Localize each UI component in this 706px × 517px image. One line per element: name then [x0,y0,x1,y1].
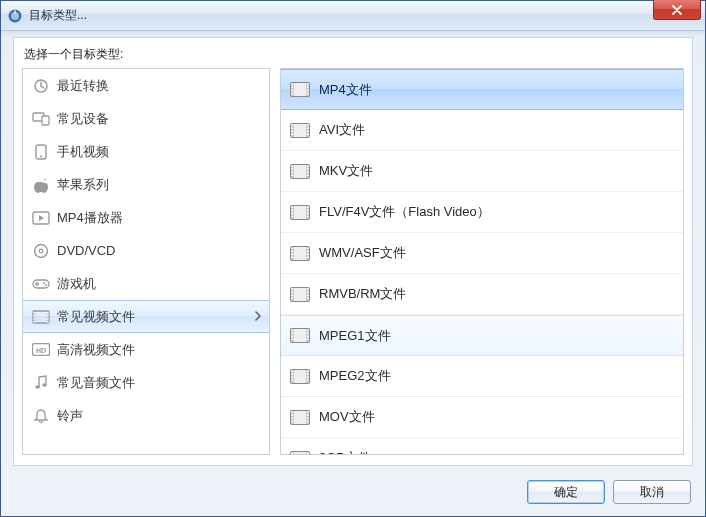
svg-rect-125 [307,411,309,413]
svg-rect-112 [291,376,293,378]
format-item[interactable]: AVI文件 [281,110,683,151]
category-item[interactable]: 手机视频 [23,135,269,168]
apple-icon [31,176,51,194]
category-item[interactable]: 铃声 [23,399,269,432]
svg-rect-127 [307,417,309,419]
category-label: 常见视频文件 [57,308,135,326]
svg-rect-83 [307,253,309,255]
svg-rect-69 [291,215,293,217]
format-label: WMV/ASF文件 [319,244,406,262]
film-icon [289,285,311,303]
category-item[interactable]: 苹果系列 [23,168,269,201]
svg-rect-94 [307,294,309,296]
category-label: 手机视频 [57,143,109,161]
svg-point-29 [42,383,47,386]
svg-rect-106 [307,339,309,341]
svg-rect-44 [291,124,293,126]
svg-point-13 [43,282,45,284]
format-item[interactable]: WMV/ASF文件 [281,233,683,274]
film-icon [289,121,311,139]
format-item[interactable]: RMVB/RM文件 [281,274,683,315]
svg-rect-122 [291,414,293,416]
category-label: 苹果系列 [57,176,109,194]
svg-rect-39 [307,90,309,92]
svg-rect-66 [291,206,293,208]
svg-rect-132 [291,452,293,454]
svg-rect-58 [291,174,293,176]
category-label: MP4播放器 [57,209,123,227]
devices-icon [31,110,51,128]
category-item[interactable]: 常见视频文件 [23,300,269,333]
format-item[interactable]: MPEG1文件 [281,315,683,356]
svg-rect-49 [307,127,309,129]
svg-rect-104 [307,333,309,335]
category-label: DVD/VCD [57,243,116,258]
svg-rect-110 [291,370,293,372]
gamepad-icon [31,275,51,293]
category-item[interactable]: 最近转换 [23,69,269,102]
svg-rect-38 [307,87,309,89]
film-icon [289,327,311,345]
format-item[interactable]: 3GP文件 [281,438,683,455]
svg-rect-93 [307,291,309,293]
svg-rect-67 [291,209,293,211]
category-item[interactable]: HD高清视频文件 [23,333,269,366]
category-item[interactable]: 常见音频文件 [23,366,269,399]
format-label: 3GP文件 [319,449,371,455]
format-item[interactable]: MPEG2文件 [281,356,683,397]
svg-rect-124 [291,420,293,422]
format-item[interactable]: FLV/F4V文件（Flash Video） [281,192,683,233]
category-item[interactable]: 常见设备 [23,102,269,135]
clock-icon [31,77,51,95]
format-item[interactable]: MKV文件 [281,151,683,192]
film-icon [289,449,311,455]
svg-rect-21 [34,321,36,323]
svg-rect-100 [291,333,293,335]
svg-rect-90 [291,294,293,296]
panels: 最近转换常见设备手机视频苹果系列MP4播放器DVD/VCD游戏机常见视频文件HD… [22,68,684,455]
format-label: FLV/F4V文件（Flash Video） [319,203,490,221]
svg-rect-55 [291,165,293,167]
svg-rect-79 [291,253,293,255]
svg-rect-20 [34,318,36,320]
category-label: 铃声 [57,407,83,425]
svg-rect-47 [291,133,293,135]
category-item[interactable]: DVD/VCD [23,234,269,267]
close-button[interactable] [653,0,701,20]
svg-point-10 [35,244,48,257]
svg-rect-78 [291,250,293,252]
svg-rect-95 [307,297,309,299]
svg-text:HD: HD [36,347,46,354]
player-icon [31,209,51,227]
ok-button[interactable]: 确定 [527,480,605,504]
music-icon [31,374,51,392]
svg-rect-25 [47,321,49,323]
svg-rect-72 [307,212,309,214]
svg-rect-5 [42,116,49,125]
cancel-button[interactable]: 取消 [613,480,691,504]
svg-rect-51 [307,133,309,135]
svg-rect-18 [34,312,36,314]
format-item[interactable]: MOV文件 [281,397,683,438]
svg-rect-61 [307,171,309,173]
format-item[interactable]: MP4文件 [281,69,683,110]
category-list[interactable]: 最近转换常见设备手机视频苹果系列MP4播放器DVD/VCD游戏机常见视频文件HD… [22,68,270,455]
svg-rect-70 [307,206,309,208]
film-icon [289,367,311,385]
category-label: 游戏机 [57,275,96,293]
svg-rect-111 [291,373,293,375]
phone-icon [31,143,51,161]
category-item[interactable]: 游戏机 [23,267,269,300]
titlebar[interactable]: 目标类型... [1,1,705,31]
svg-rect-116 [307,376,309,378]
category-item[interactable]: MP4播放器 [23,201,269,234]
svg-rect-126 [307,414,309,416]
svg-rect-91 [291,297,293,299]
svg-rect-60 [307,168,309,170]
svg-rect-48 [307,124,309,126]
svg-rect-136 [307,452,309,454]
format-list[interactable]: MP4文件AVI文件MKV文件FLV/F4V文件（Flash Video）WMV… [280,68,684,455]
svg-rect-56 [291,168,293,170]
film-icon [289,81,311,99]
svg-rect-101 [291,336,293,338]
